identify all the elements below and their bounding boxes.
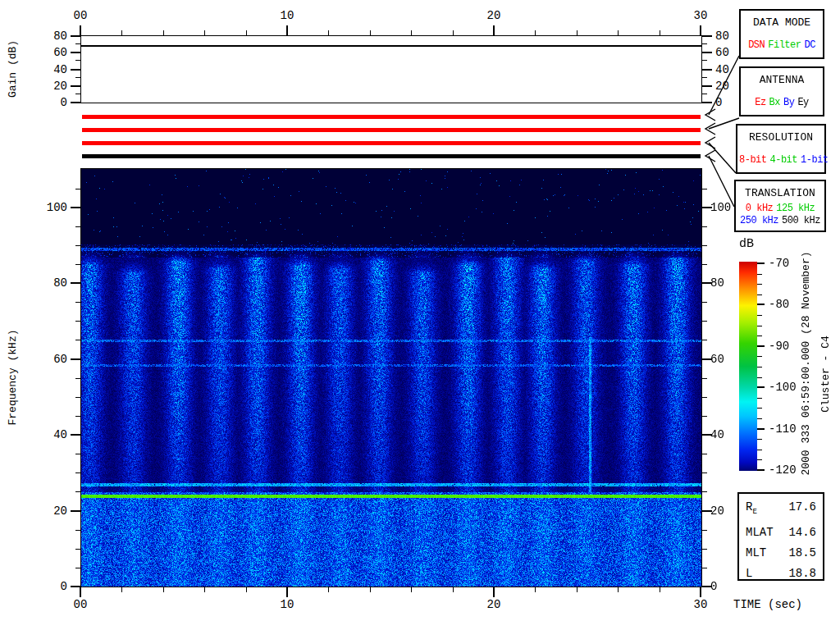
option-dc: DC [804, 39, 815, 51]
ephemeris-value: 14.6 [788, 523, 816, 543]
freq-minor-tick-right [702, 397, 707, 398]
freq-minor-tick-right [702, 302, 707, 303]
panel-antenna-options: EzBxByEy [741, 97, 823, 109]
option-8-bit: 8-bit [739, 154, 767, 166]
time-major-tick-bottom [493, 587, 495, 597]
ephemeris-label: RE [746, 497, 757, 523]
ephemeris-row-l: L18.8 [739, 564, 823, 584]
time-minor-tick-top [370, 30, 371, 35]
colorbar-minor-tick [757, 326, 762, 326]
time-minor-tick-bottom [121, 587, 122, 592]
time-minor-tick-bottom [328, 587, 329, 592]
colorbar-minor-tick [757, 356, 762, 357]
freq-minor-tick-right [702, 378, 707, 379]
freq-minor-tick-left [75, 264, 80, 265]
freq-tick-label-right: 80 [710, 276, 743, 290]
option-dsn: DSN [748, 39, 765, 51]
gain-minor-tick-right [702, 94, 707, 94]
colorbar-minor-tick [757, 459, 762, 460]
colorbar-major-tick [757, 469, 765, 471]
status-bar-resolution-bar [82, 141, 701, 145]
colorbar-minor-tick [757, 336, 762, 336]
ephemeris-row-r: RE17.6 [739, 497, 823, 523]
panel-resolution-title: RESOLUTION [737, 131, 824, 144]
colorbar [739, 262, 757, 471]
gain-tick-label-left: 0 [31, 96, 67, 109]
gain-major-tick-right [702, 85, 712, 87]
gain-major-tick-right [702, 102, 712, 103]
time-minor-tick-top [660, 30, 660, 35]
spectrogram-frame [80, 168, 702, 587]
panel-translation-row-0: 0 kHz125 kHz [736, 203, 824, 215]
gain-minor-tick-right [702, 77, 707, 78]
time-minor-tick-bottom [453, 587, 454, 592]
freq-major-tick-left [71, 434, 80, 436]
colorbar-minor-tick [757, 284, 762, 285]
time-minor-tick-bottom [246, 587, 247, 592]
freq-minor-tick-left [75, 189, 80, 189]
colorbar-major-tick [757, 304, 765, 305]
panel-data-mode-row-0: DSNFilterDC [741, 39, 823, 52]
freq-tick-label-right: 40 [710, 428, 743, 441]
time-tick-label-bottom: 10 [274, 598, 300, 611]
colorbar-minor-tick [757, 439, 762, 440]
gain-minor-tick-left [75, 77, 80, 78]
colorbar-major-tick [757, 345, 765, 347]
gain-major-tick-right [702, 69, 712, 71]
time-major-tick-bottom [286, 587, 288, 597]
datetime-label: 2000 333 06:59:00.000 (28 November) [800, 240, 813, 486]
gain-tick-label-left: 80 [31, 30, 67, 43]
freq-tick-label-left: 60 [31, 353, 67, 366]
freq-minor-tick-left [75, 568, 80, 568]
gain-major-tick-left [71, 102, 80, 103]
time-axis-label: TIME (sec) [733, 598, 802, 611]
time-tick-label-top: 00 [67, 9, 94, 22]
time-minor-tick-bottom [660, 587, 660, 592]
freq-minor-tick-right [702, 454, 707, 454]
colorbar-title: dB [739, 238, 754, 251]
freq-minor-tick-left [75, 378, 80, 379]
time-major-tick-top [80, 25, 81, 35]
colorbar-minor-tick [757, 315, 762, 316]
panel-translation-options: 0 kHz125 kHz250 kHz500 kHz [736, 203, 824, 227]
panel-antenna: ANTENNA EzBxByEy [739, 66, 824, 116]
colorbar-major-tick [757, 262, 765, 264]
freq-minor-tick-right [702, 340, 707, 340]
ephemeris-value: 18.5 [788, 543, 816, 564]
panel-antenna-row-0: EzBxByEy [741, 97, 823, 109]
option-ey: Ey [797, 97, 808, 108]
option-250-khz: 250 kHz [740, 215, 778, 226]
time-minor-tick-bottom [618, 587, 619, 592]
status-bar-translation-bar [82, 154, 701, 158]
freq-minor-tick-left [75, 416, 80, 417]
time-minor-tick-top [163, 30, 164, 35]
time-minor-tick-bottom [204, 587, 205, 592]
freq-minor-tick-left [75, 472, 80, 473]
gain-major-tick-left [71, 52, 80, 53]
colorbar-minor-tick [757, 274, 762, 275]
freq-major-tick-left [71, 207, 80, 208]
time-minor-tick-top [246, 30, 247, 35]
freq-minor-tick-right [702, 321, 707, 322]
colorbar-tick-label: -120 [769, 463, 801, 477]
freq-tick-label-left: 0 [31, 580, 67, 593]
panel-translation: TRANSLATION 0 kHz125 kHz250 kHz500 kHz [734, 180, 826, 232]
freq-minor-tick-left [75, 549, 80, 550]
gain-minor-tick-left [75, 60, 80, 61]
panel-resolution: RESOLUTION 8-bit4-bit1-bit [736, 124, 826, 174]
time-tick-label-bottom: 30 [687, 598, 714, 611]
time-major-tick-bottom [700, 587, 701, 597]
ephemeris-label: MLT [746, 543, 766, 564]
panel-data-mode-options: DSNFilterDC [741, 39, 823, 52]
colorbar-tick-label: -110 [769, 422, 801, 436]
gain-minor-tick-left [75, 94, 80, 94]
freq-major-tick-left [71, 586, 80, 587]
time-tick-label-top: 30 [687, 9, 714, 22]
time-major-tick-bottom [80, 587, 81, 597]
freq-minor-tick-right [702, 568, 707, 568]
time-major-tick-top [700, 25, 701, 35]
time-minor-tick-bottom [535, 587, 536, 592]
time-tick-label-bottom: 00 [67, 598, 94, 611]
colorbar-minor-tick [757, 367, 762, 368]
freq-minor-tick-right [702, 416, 707, 417]
